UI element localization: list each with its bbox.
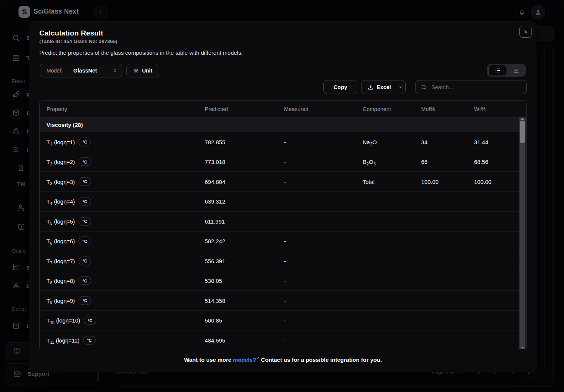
property-label: T8 (logη=8) xyxy=(46,278,75,284)
modal-subtitle: (Table ID: 454 Glass No: 387365) xyxy=(39,39,117,44)
wt-value: 31.44 xyxy=(474,139,488,145)
column-header-property: Property xyxy=(46,106,67,112)
close-icon xyxy=(523,29,528,35)
list-view-button[interactable] xyxy=(488,65,507,76)
wt-value: 68.56 xyxy=(474,159,488,165)
component-label: Total xyxy=(363,178,375,185)
scrollbar-thumb[interactable] xyxy=(520,121,525,143)
unit-badge: °C xyxy=(84,316,96,325)
property-label: T2 (logη=2) xyxy=(46,159,75,165)
modal-footer-note: Want to use more models?↗ Contact us for… xyxy=(29,356,537,363)
gear-icon xyxy=(133,68,139,74)
component-label: Na2O xyxy=(363,139,377,145)
property-label: T9 (logη=9) xyxy=(46,297,75,304)
table-row[interactable]: T11 (logη=11) °C 484.595 - xyxy=(40,330,526,350)
predicted-value: 694.804 xyxy=(205,178,225,185)
predicted-value: 514.358 xyxy=(205,297,225,304)
copy-button[interactable]: Copy xyxy=(323,80,357,94)
unit-badge: °C xyxy=(79,217,91,225)
predicted-value: 530.05 xyxy=(205,278,222,284)
table-row[interactable]: T1 (logη=1) °C 782.855 - Na2O 34 31.44 xyxy=(40,132,526,152)
copy-button-label: Copy xyxy=(334,84,347,90)
results-table: Property Predicted Measured Component Mo… xyxy=(39,100,527,350)
table-scrollbar[interactable] xyxy=(519,117,525,349)
unit-badge: °C xyxy=(79,256,91,265)
models-link[interactable]: models? xyxy=(233,357,257,363)
unit-badge: °C xyxy=(79,296,91,305)
download-icon xyxy=(368,84,374,90)
property-label: T11 (logη=11) xyxy=(46,337,79,343)
modal-description: Predict the properties of the glass comp… xyxy=(39,49,243,56)
table-row[interactable]: T7 (logη=7) °C 556.391 - xyxy=(40,251,526,271)
measured-value: - xyxy=(284,238,286,244)
wt-value: 100.00 xyxy=(474,178,491,185)
scroll-down-arrow-icon[interactable] xyxy=(521,347,524,349)
unit-button[interactable]: Unit xyxy=(126,64,159,77)
search-box xyxy=(415,80,527,94)
property-label: T10 (logη=10) xyxy=(46,317,80,324)
measured-value: - xyxy=(284,159,286,165)
search-icon xyxy=(421,84,427,90)
unit-button-label: Unit xyxy=(142,68,152,74)
calculation-result-modal: Calculation Result (Table ID: 454 Glass … xyxy=(29,22,537,372)
unit-badge: °C xyxy=(79,177,91,186)
table-row[interactable]: T10 (logη=10) °C 500.85 - xyxy=(40,310,526,330)
predicted-value: 484.595 xyxy=(205,337,225,343)
list-view-icon xyxy=(494,67,501,74)
measured-value: - xyxy=(284,337,286,343)
excel-button-label: Excel xyxy=(377,84,391,90)
table-row[interactable]: T2 (logη=2) °C 773.018 - B2O3 66 68.56 xyxy=(40,152,526,172)
measured-value: - xyxy=(284,218,286,224)
chevron-up-down-icon xyxy=(112,68,118,74)
table-row[interactable]: T4 (logη=4) °C 639.312 - xyxy=(40,191,526,211)
property-label: T5 (logη=5) xyxy=(46,218,75,224)
predicted-value: 782.855 xyxy=(205,139,225,145)
column-header-measured: Measured xyxy=(284,106,308,112)
search-input[interactable] xyxy=(431,84,515,91)
excel-options-button[interactable] xyxy=(395,80,405,94)
unit-badge: °C xyxy=(79,276,91,285)
table-row[interactable]: T3 (logη=3) °C 694.804 - Total 100.00 10… xyxy=(40,171,526,191)
excel-download-button[interactable]: Excel xyxy=(362,80,395,94)
mol-value: 100.00 xyxy=(421,178,439,185)
screen: S SciGlass Next S T Featu P C P I TM Qui… xyxy=(0,0,564,392)
table-row[interactable]: T5 (logη=5) °C 611.991 - xyxy=(40,211,526,231)
section-title: Viscosity (28) xyxy=(46,122,83,128)
scroll-up-arrow-icon[interactable] xyxy=(521,118,524,120)
mol-value: 66 xyxy=(421,159,428,165)
measured-value: - xyxy=(284,317,286,324)
unit-badge: °C xyxy=(79,137,91,146)
measured-value: - xyxy=(284,198,286,205)
model-select[interactable]: Model: GlassNet xyxy=(40,64,122,77)
column-header-component: Component xyxy=(363,106,391,112)
unit-badge: °C xyxy=(83,336,95,344)
table-row[interactable]: T9 (logη=9) °C 514.358 - xyxy=(40,290,526,310)
property-label: T1 (logη=1) xyxy=(46,139,75,145)
predicted-value: 500.85 xyxy=(205,317,222,324)
close-button[interactable] xyxy=(519,26,532,38)
measured-value: - xyxy=(284,139,286,145)
view-toggle xyxy=(487,64,526,77)
property-label: T3 (logη=3) xyxy=(46,178,75,185)
mol-value: 34 xyxy=(421,139,428,145)
model-select-value: GlassNet xyxy=(73,68,97,74)
table-row[interactable]: T8 (logη=8) °C 530.05 - xyxy=(40,271,526,291)
predicted-value: 556.391 xyxy=(205,258,225,264)
unit-badge: °C xyxy=(79,197,91,206)
footer-text-pre: Want to use more xyxy=(184,357,233,363)
table-body: Viscosity (28) T1 (logη=1) °C 782.855 - … xyxy=(40,117,526,350)
measured-value: - xyxy=(284,297,286,304)
table-row[interactable]: T6 (logη=6) °C 582.242 - xyxy=(40,231,526,251)
predicted-value: 582.242 xyxy=(205,238,225,244)
predicted-value: 611.991 xyxy=(205,218,225,224)
predicted-value: 773.018 xyxy=(205,159,225,165)
chart-view-button[interactable] xyxy=(507,65,525,76)
measured-value: - xyxy=(284,178,286,185)
external-link-icon[interactable]: ↗ xyxy=(256,356,259,360)
property-label: T4 (logη=4) xyxy=(46,198,75,205)
table-header: Property Predicted Measured Component Mo… xyxy=(40,101,526,117)
column-header-wt: Wt% xyxy=(474,106,486,112)
modal-title: Calculation Result xyxy=(39,29,103,37)
model-select-label: Model: xyxy=(46,68,62,74)
property-label: T6 (logη=6) xyxy=(46,238,75,244)
